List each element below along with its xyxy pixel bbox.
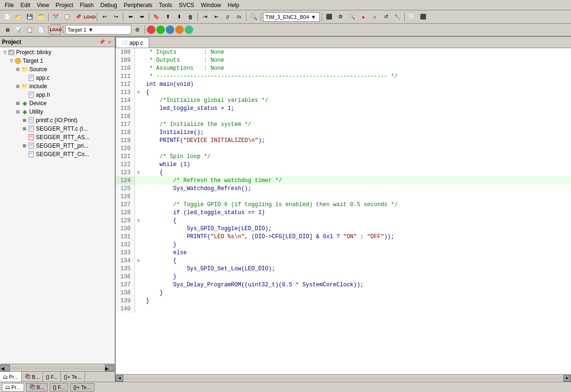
tree-toggle-segger-pri[interactable]: ⊞ — [22, 143, 27, 149]
bottom-tab-templates[interactable]: {}+ Te... — [61, 372, 85, 382]
code-112[interactable]: int main(void) — [142, 80, 571, 88]
code-133[interactable]: else — [142, 249, 571, 257]
tree-toggle-utility[interactable]: ⊟ — [15, 109, 21, 115]
btn-copy-col[interactable]: ⬛ — [324, 12, 334, 22]
code-124[interactable]: /* Refresh the watchdog timer */ — [142, 176, 571, 184]
marker-129[interactable]: ⊟ — [135, 217, 142, 225]
bottom-tab-project[interactable]: 🗂 Pr... — [0, 372, 22, 382]
code-140[interactable] — [142, 305, 571, 313]
code-scroll-right[interactable]: ▶ — [563, 375, 571, 382]
btn-zoom[interactable]: 🔍 — [347, 12, 357, 22]
editor-tab-appc[interactable]: 📄 app.c — [116, 37, 149, 48]
btn-target-cfg[interactable]: ⚙ — [132, 25, 143, 35]
tree-toggle-source[interactable]: ⊟ — [15, 67, 21, 72]
tree-printfc[interactable]: ⊞ printf.c (IO:Print) — [0, 116, 115, 125]
close-icon[interactable]: ✕ — [106, 39, 113, 45]
btn-fwd[interactable]: ➡ — [136, 12, 147, 22]
btn-paste[interactable]: 📌 — [73, 12, 84, 22]
btn-open[interactable]: 📂 — [13, 12, 24, 22]
btn-proj-view[interactable]: 📊 — [13, 25, 24, 35]
btn-new[interactable]: 📄 — [2, 12, 12, 22]
code-115[interactable]: led_toggle_status = 1; — [142, 104, 571, 112]
status-tab-templates[interactable]: {}+ Te... — [70, 383, 94, 392]
tree-segger-rtt[interactable]: ⊞ SEGGER_RTT.c (I... — [0, 125, 115, 133]
menu-edit[interactable]: Edit — [17, 1, 33, 9]
btn-cut[interactable]: ✂️ — [51, 12, 61, 22]
tree-toggle-printfc[interactable]: ⊞ — [22, 117, 27, 123]
btn-template[interactable]: 📄 — [36, 25, 46, 35]
code-121[interactable]: /* Spin loop */ — [142, 152, 571, 160]
btn-back[interactable]: ⬅ — [125, 12, 136, 22]
code-129[interactable]: { — [142, 217, 571, 225]
code-110[interactable]: * Assumptions : None — [142, 64, 571, 72]
btn-stop[interactable]: ○ — [369, 12, 380, 22]
menu-view[interactable]: View — [34, 1, 52, 9]
btn-redo[interactable]: ↪ — [111, 12, 121, 22]
project-hscroll[interactable]: ◀ ▶ — [0, 364, 115, 371]
code-128[interactable]: if (led_toggle_status == 1) — [142, 209, 571, 217]
code-117[interactable]: /* Initialize the system */ — [142, 120, 571, 128]
bottom-tab-books[interactable]: 📚 B... — [22, 372, 43, 382]
tree-apph[interactable]: app.h — [0, 91, 115, 99]
btn-build-color3[interactable] — [166, 25, 174, 34]
tree-source[interactable]: ⊟ 📁 Source — [0, 65, 115, 74]
btn-build-color1[interactable] — [147, 25, 155, 34]
btn-indent[interactable]: ⇥ — [200, 12, 210, 22]
target-build-dropdown[interactable]: Target 1 ▼ — [65, 25, 131, 34]
code-127[interactable]: /* Toggle GPIO 6 (if toggling is enabled… — [142, 200, 571, 209]
tree-project[interactable]: ▽ Project: blinky — [0, 48, 115, 57]
code-125[interactable]: Sys_Watchdog_Refresh(); — [142, 184, 571, 192]
code-137[interactable]: Sys_Delay_ProgramROM((uint32_t)(0.5 * Sy… — [142, 281, 571, 289]
btn-save[interactable]: 💾 — [25, 12, 35, 22]
tree-utility[interactable]: ⊟ ◆ Utility — [0, 108, 115, 116]
code-116[interactable] — [142, 112, 571, 120]
scroll-left-btn[interactable]: ◀ — [0, 365, 10, 371]
tree-toggle-project[interactable]: ▽ — [2, 50, 8, 55]
btn-cfg[interactable]: ⚙ — [335, 12, 346, 22]
code-131[interactable]: PRINTF("LED %s\n", (DIO->CFG[LED_DIO] & … — [142, 233, 571, 241]
bottom-tab-funcs[interactable]: {} F... — [43, 372, 61, 382]
menu-window[interactable]: Window — [198, 1, 224, 9]
code-126[interactable] — [142, 192, 571, 200]
status-tab-project[interactable]: 🗂 Pr... — [2, 383, 24, 392]
btn-reset[interactable]: ↺ — [381, 12, 391, 22]
tree-toggle-device[interactable]: ⊞ — [15, 100, 21, 106]
btn-comment-line[interactable]: // — [222, 12, 233, 22]
menu-svcs[interactable]: SVCS — [176, 1, 197, 9]
tree-segger-co[interactable]: SEGGER_RTT_Co... — [0, 150, 115, 158]
menu-tools[interactable]: Tools — [156, 1, 175, 9]
btn-build-img[interactable] — [185, 25, 193, 34]
tree-device[interactable]: ⊞ ◆ Device — [0, 99, 115, 108]
code-136[interactable]: } — [142, 273, 571, 281]
scroll-right-btn[interactable]: ▶ — [105, 365, 114, 371]
tree-include[interactable]: ⊟ 📁 include — [0, 82, 115, 91]
tree-toggle-include[interactable]: ⊟ — [15, 83, 21, 89]
btn-window[interactable]: ⬜ — [407, 12, 417, 22]
btn-load[interactable]: LOAD — [85, 12, 95, 22]
btn-load2[interactable]: LOAD — [51, 25, 61, 35]
btn-build-color4[interactable] — [175, 25, 184, 34]
code-111[interactable]: * --------------------------------------… — [142, 72, 571, 80]
code-113[interactable]: { — [142, 88, 571, 96]
tree-target[interactable]: ▽ Target 1 — [0, 57, 115, 65]
btn-bm-set[interactable]: 🔖 — [151, 12, 162, 22]
code-122[interactable]: while (1) — [142, 160, 571, 168]
code-130[interactable]: Sys_GPIO_Toggle(LED_DIO); — [142, 225, 571, 233]
menu-help[interactable]: Help — [225, 1, 242, 9]
tree-appc[interactable]: app.c — [0, 74, 115, 82]
code-120[interactable] — [142, 144, 571, 152]
btn-bm-next[interactable]: ⬇ — [174, 12, 184, 22]
menu-file[interactable]: File — [2, 1, 17, 9]
code-118[interactable]: Initialize(); — [142, 128, 571, 136]
code-scroll-left[interactable]: ◀ — [116, 375, 123, 382]
code-109[interactable]: * Outputs : None — [142, 56, 571, 64]
code-108[interactable]: * Inputs : None — [142, 48, 571, 56]
btn-undo[interactable]: ↩ — [99, 12, 110, 22]
btn-bm-clear[interactable]: 🗑 — [185, 12, 196, 22]
menu-project[interactable]: Project — [53, 1, 76, 9]
btn-unindent[interactable]: ⇤ — [211, 12, 222, 22]
btn-uncomment[interactable]: //x — [234, 12, 244, 22]
code-138[interactable]: } — [142, 289, 571, 297]
target-dropdown[interactable]: TIM_3_ENC1_B04 ▼ — [263, 12, 320, 22]
status-tab-build[interactable]: 📚 B... — [26, 383, 48, 392]
